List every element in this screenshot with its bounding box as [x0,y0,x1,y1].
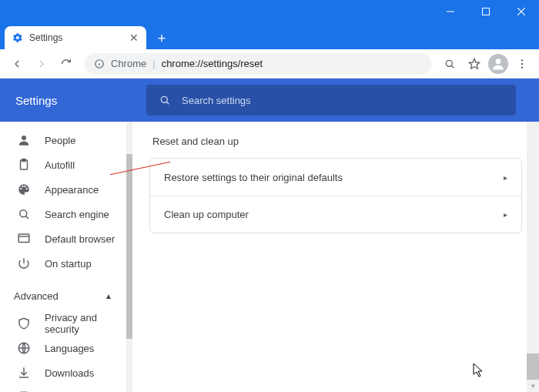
main-scrollbar-track[interactable] [527,122,539,392]
svg-point-19 [20,210,27,217]
settings-main: Reset and clean up Restore settings to t… [132,122,539,392]
sidebar-item-appearance[interactable]: Appearance [0,177,126,202]
sidebar-item-on-startup[interactable]: On startup [0,251,126,276]
browser-toolbar: Chrome | chrome://settings/reset [0,49,539,79]
find-button[interactable] [439,53,460,75]
row-clean-up-computer[interactable]: Clean up computer ▸ [150,196,521,233]
window-maximize-button[interactable] [468,0,504,23]
search-icon [17,207,31,221]
tab-strip: Settings ✕ + [0,23,539,49]
svg-point-14 [161,96,167,102]
svg-point-16 [22,136,26,140]
settings-search-input[interactable]: Search settings [146,85,516,116]
svg-line-15 [166,102,169,104]
row-label: Clean up computer [164,209,249,220]
settings-sidebar: People Autofill Appearance Search engine… [0,122,126,392]
svg-rect-18 [22,159,26,162]
palette-icon [17,183,31,196]
sidebar-scrollbar-thumb[interactable] [126,154,132,339]
svg-point-7 [446,60,452,66]
chevron-up-icon: ▲ [105,292,112,300]
page-title: Settings [15,94,146,107]
clipboard-icon [17,158,31,172]
main-scrollbar-thumb[interactable] [527,353,539,380]
back-button[interactable] [6,53,28,75]
search-placeholder: Search settings [182,95,251,106]
sidebar-item-printing[interactable]: Printing [0,385,126,392]
sidebar-item-label: Downloads [45,367,94,379]
site-info-icon[interactable] [94,59,105,69]
new-tab-button[interactable]: + [151,28,172,49]
svg-point-13 [521,66,523,68]
svg-line-20 [26,216,28,219]
row-restore-defaults[interactable]: Restore settings to their original defau… [150,159,521,196]
sidebar-item-default-browser[interactable]: Default browser [0,226,126,251]
scrollbar-down-arrow-icon[interactable]: ▾ [527,380,539,392]
tab-title: Settings [29,32,123,43]
svg-point-12 [521,62,523,64]
reload-button[interactable] [55,53,77,75]
mouse-cursor-icon [473,363,485,378]
sidebar-advanced-toggle[interactable]: Advanced ▲ [0,280,126,311]
sidebar-item-languages[interactable]: Languages [0,336,126,360]
sidebar-item-downloads[interactable]: Downloads [0,360,126,385]
menu-button[interactable] [511,53,533,75]
svg-rect-1 [483,8,490,15]
sidebar-item-people[interactable]: People [0,128,126,152]
omnibox-divider: | [152,58,155,69]
sidebar-item-label: People [45,135,75,146]
sidebar-item-search-engine[interactable]: Search engine [0,202,126,226]
omnibox-origin: Chrome [111,58,146,69]
sidebar-item-privacy[interactable]: Privacy and security [0,311,126,336]
sidebar-item-label: Default browser [45,233,115,245]
tab-close-icon[interactable]: ✕ [129,32,139,44]
svg-line-8 [451,65,454,68]
chevron-right-icon: ▸ [504,173,507,182]
address-bar[interactable]: Chrome | chrome://settings/reset [85,53,431,75]
download-icon [17,366,31,380]
svg-point-11 [521,59,523,61]
sidebar-item-label: Autofill [45,159,75,171]
svg-point-10 [496,59,501,64]
section-title: Reset and clean up [149,136,522,147]
browser-tab-settings[interactable]: Settings ✕ [5,26,146,49]
sidebar-item-label: Search engine [45,209,109,220]
sidebar-item-label: Appearance [45,184,99,196]
row-label: Restore settings to their original defau… [164,172,343,183]
gear-icon [12,32,23,43]
svg-marker-9 [469,59,479,69]
search-icon [159,94,171,106]
omnibox-url: chrome://settings/reset [162,58,263,69]
globe-icon [17,341,31,355]
reset-card: Restore settings to their original defau… [149,158,522,233]
sidebar-item-label: On startup [45,258,92,270]
sidebar-item-label: Privacy and security [45,312,126,335]
power-icon [17,256,31,270]
forward-button[interactable] [31,53,52,75]
window-minimize-button[interactable] [433,0,468,23]
svg-rect-21 [18,234,29,243]
browser-icon [17,232,31,246]
bookmark-button[interactable] [464,53,485,75]
window-close-button[interactable] [504,0,539,23]
settings-body: People Autofill Appearance Search engine… [0,122,539,392]
advanced-label: Advanced [14,290,59,302]
shield-icon [17,317,31,330]
profile-avatar-button[interactable] [488,54,508,74]
sidebar-item-autofill[interactable]: Autofill [0,152,126,177]
settings-header: Settings Search settings [0,79,539,122]
chevron-right-icon: ▸ [504,210,507,219]
person-icon [17,133,31,147]
window-titlebar [0,0,539,23]
sidebar-item-label: Languages [45,343,94,354]
